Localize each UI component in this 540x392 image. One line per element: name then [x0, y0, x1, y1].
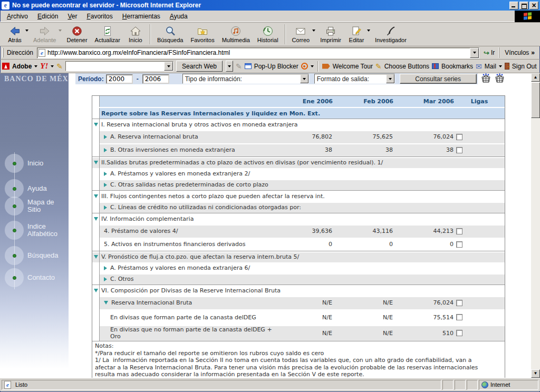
series-checkbox[interactable]	[456, 241, 462, 248]
tipo-informacion-select[interactable]: Tipo de información:	[182, 74, 309, 84]
sidebar-item-mapa-de[interactable]: Mapa deSitio	[0, 195, 69, 217]
collapse-triangle-icon[interactable]	[94, 194, 98, 198]
choose-buttons-icon[interactable]	[375, 62, 382, 71]
bookmarks-button[interactable]: Bookmarks	[441, 63, 473, 70]
toolbar-stop-button[interactable]: Detener	[63, 23, 91, 45]
search-web-dropdown[interactable]	[226, 61, 233, 72]
consultar-series-button[interactable]: Consultar series	[400, 74, 477, 84]
expand-triangle-icon[interactable]	[104, 301, 108, 305]
series-checkbox[interactable]	[456, 147, 462, 153]
search-icon	[165, 26, 176, 37]
expand-triangle-icon[interactable]	[104, 205, 107, 210]
address-dropdown-button[interactable]	[470, 48, 479, 58]
menu-favoritos[interactable]: Favoritos	[82, 12, 117, 21]
yahoo-dropdown-icon[interactable]	[51, 65, 54, 67]
adobe-menu[interactable]: Adobe	[12, 63, 32, 70]
yahoo-search-input[interactable]	[66, 62, 164, 71]
adobe-logo-icon[interactable]	[2, 63, 9, 70]
expand-triangle-icon[interactable]	[104, 266, 107, 270]
toolbar-print-button[interactable]: Imprimir	[316, 23, 345, 45]
value-cell: 75,625	[333, 133, 393, 140]
highlighter-icon[interactable]	[236, 62, 242, 71]
mail-button[interactable]: Mail	[485, 63, 496, 70]
collapse-triangle-icon[interactable]	[94, 217, 98, 221]
dropdown-arrow-icon[interactable]	[59, 30, 62, 32]
dropdown-arrow-icon[interactable]	[367, 30, 370, 32]
scroll-up-button[interactable]	[531, 73, 540, 82]
formato-salida-select[interactable]: Formato de salida:	[314, 74, 395, 84]
sidebar-item-indice[interactable]: IndiceAlfabético	[0, 220, 69, 241]
links-button[interactable]: Vínculos »	[499, 47, 538, 58]
toolbar-grip[interactable]	[2, 48, 4, 57]
series-checkbox[interactable]	[456, 300, 462, 306]
address-input[interactable]	[47, 49, 470, 56]
dropdown-arrow-icon[interactable]	[25, 30, 28, 32]
dropdown-arrow-icon[interactable]	[312, 30, 315, 32]
expand-triangle-icon[interactable]	[104, 277, 107, 281]
period-to-input[interactable]	[142, 74, 169, 84]
scrollbar-thumb[interactable]	[531, 82, 540, 118]
basket-icon[interactable]	[480, 73, 491, 83]
toolbar-history-button[interactable]: Historial	[254, 23, 282, 45]
go-button[interactable]: Ir	[479, 49, 499, 57]
basket-icon[interactable]	[494, 73, 505, 83]
target-dropdown-icon[interactable]	[311, 65, 314, 67]
collapse-triangle-icon[interactable]	[94, 255, 98, 259]
sign-out-button[interactable]: Sign Out	[512, 63, 537, 70]
toolbar-refresh-button[interactable]: Actualizar	[91, 23, 124, 45]
series-checkbox[interactable]	[456, 314, 462, 320]
menu-ayuda[interactable]: Ayuda	[165, 12, 192, 21]
toolbar-edit-button[interactable]: Editar	[345, 23, 368, 45]
collapse-triangle-icon[interactable]	[94, 161, 98, 164]
collapse-triangle-icon[interactable]	[94, 123, 98, 126]
toolbar-forward-button[interactable]: Adelante	[30, 23, 60, 45]
minimize-button[interactable]	[509, 2, 518, 9]
toolbar-mail-button[interactable]: Correo	[288, 23, 314, 45]
series-checkbox[interactable]	[456, 134, 462, 140]
sidebar-item-contacto[interactable]: Contacto	[0, 267, 69, 288]
close-button[interactable]	[529, 2, 538, 9]
vertical-scrollbar[interactable]	[531, 73, 540, 378]
popup-window-icon[interactable]	[245, 63, 252, 69]
scroll-down-button[interactable]	[531, 369, 540, 378]
expand-triangle-icon[interactable]	[104, 183, 107, 187]
collapse-triangle-icon[interactable]	[94, 289, 98, 292]
welcome-tour-button[interactable]: Welcome Tour	[333, 63, 373, 70]
series-checkbox[interactable]	[456, 228, 462, 234]
table-row: 4. Préstamo de valores 4/39,63643,11644,…	[92, 224, 505, 238]
toolbar-favorites-button[interactable]: Favoritos	[187, 23, 218, 45]
adobe-dropdown-icon[interactable]	[34, 65, 37, 67]
period-from-input[interactable]	[106, 74, 133, 84]
restore-button[interactable]	[519, 2, 528, 9]
series-checkbox[interactable]	[456, 330, 462, 336]
expand-triangle-icon[interactable]	[104, 148, 107, 152]
sign-out-icon[interactable]	[505, 63, 509, 70]
expand-triangle-icon[interactable]	[104, 172, 107, 176]
target-icon[interactable]	[301, 63, 308, 70]
choose-buttons-button[interactable]: Choose Buttons	[384, 63, 429, 70]
menu-herramientas[interactable]: Herramientas	[118, 12, 165, 21]
mail-dropdown-icon[interactable]	[499, 65, 502, 67]
signpost-icon[interactable]	[322, 64, 330, 69]
toolbar-search-button[interactable]: Búsqueda	[153, 23, 187, 45]
sidebar-item-b-squeda[interactable]: Búsqueda	[0, 245, 69, 266]
toolbar-media-button[interactable]: Multimedia	[218, 23, 254, 45]
sidebar-item-inicio[interactable]: Inicio	[0, 153, 69, 174]
menu-archivo[interactable]: Archivo	[2, 12, 33, 21]
expand-triangle-icon[interactable]	[104, 135, 107, 139]
select-dropdown-icon[interactable]	[386, 74, 394, 83]
search-web-button[interactable]: Search Web	[176, 61, 223, 72]
menu-edicion[interactable]: Edición	[33, 12, 63, 21]
select-dropdown-icon[interactable]	[300, 74, 308, 83]
menu-ver[interactable]: Ver	[63, 12, 82, 21]
yahoo-logo[interactable]: Y!	[40, 62, 48, 71]
toolbar-research-button[interactable]: Investigador	[371, 23, 410, 45]
toolbar-back-button[interactable]: Atrás	[3, 23, 26, 45]
popup-blocker-button[interactable]: Pop-Up Blocker	[254, 63, 298, 70]
toolbar-button-label: Detener	[66, 37, 87, 43]
pencil-icon[interactable]	[56, 62, 63, 71]
toolbar-home-button[interactable]: Inicio	[124, 23, 147, 45]
mail-icon[interactable]	[476, 62, 482, 71]
bookmarks-icon[interactable]	[432, 63, 439, 69]
search-history-dropdown[interactable]	[164, 62, 173, 71]
